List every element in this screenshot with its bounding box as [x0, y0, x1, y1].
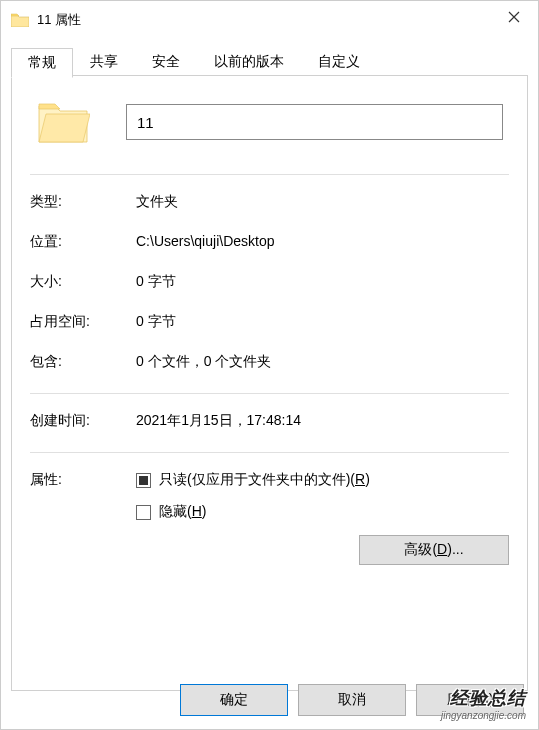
- close-icon: [508, 11, 520, 23]
- hidden-label: 隐藏(H): [159, 503, 206, 521]
- cancel-button[interactable]: 取消: [298, 684, 406, 716]
- readonly-checkbox[interactable]: [136, 473, 151, 488]
- tab-custom[interactable]: 自定义: [301, 47, 377, 77]
- label-size: 大小:: [30, 273, 136, 291]
- tab-panel: 常规 共享 安全 以前的版本 自定义 类型: 文件夹 位置: C:\Users\…: [11, 75, 528, 691]
- separator: [30, 393, 509, 394]
- advanced-button[interactable]: 高级(D)...: [359, 535, 509, 565]
- window-title: 11 属性: [37, 11, 81, 29]
- label-attributes: 属性:: [30, 471, 136, 565]
- tab-previous-versions[interactable]: 以前的版本: [197, 47, 301, 77]
- value-location: C:\Users\qiuji\Desktop: [136, 233, 509, 249]
- tab-strip: 常规 共享 安全 以前的版本 自定义: [11, 47, 377, 77]
- ok-button[interactable]: 确定: [180, 684, 288, 716]
- folder-name-input[interactable]: [126, 104, 503, 140]
- readonly-label: 只读(仅应用于文件夹中的文件)(R): [159, 471, 370, 489]
- value-contains: 0 个文件，0 个文件夹: [136, 353, 509, 371]
- tab-security[interactable]: 安全: [135, 47, 197, 77]
- value-type: 文件夹: [136, 193, 509, 211]
- label-location: 位置:: [30, 233, 136, 251]
- tab-general[interactable]: 常规: [11, 48, 73, 78]
- titlebar: 11 属性: [1, 1, 538, 39]
- tab-content-general: 类型: 文件夹 位置: C:\Users\qiuji\Desktop 大小: 0…: [12, 76, 527, 587]
- separator: [30, 174, 509, 175]
- value-size-on-disk: 0 字节: [136, 313, 509, 331]
- label-size-on-disk: 占用空间:: [30, 313, 136, 331]
- hidden-checkbox[interactable]: [136, 505, 151, 520]
- close-button[interactable]: [490, 1, 538, 33]
- folder-icon: [11, 13, 29, 27]
- separator: [30, 452, 509, 453]
- value-created: 2021年1月15日，17:48:14: [136, 412, 509, 430]
- tab-share[interactable]: 共享: [73, 47, 135, 77]
- dialog-buttons: 确定 取消 应用(A): [180, 684, 524, 716]
- label-contains: 包含:: [30, 353, 136, 371]
- label-type: 类型:: [30, 193, 136, 211]
- label-created: 创建时间:: [30, 412, 136, 430]
- apply-button[interactable]: 应用(A): [416, 684, 524, 716]
- folder-large-icon: [36, 98, 90, 146]
- value-size: 0 字节: [136, 273, 509, 291]
